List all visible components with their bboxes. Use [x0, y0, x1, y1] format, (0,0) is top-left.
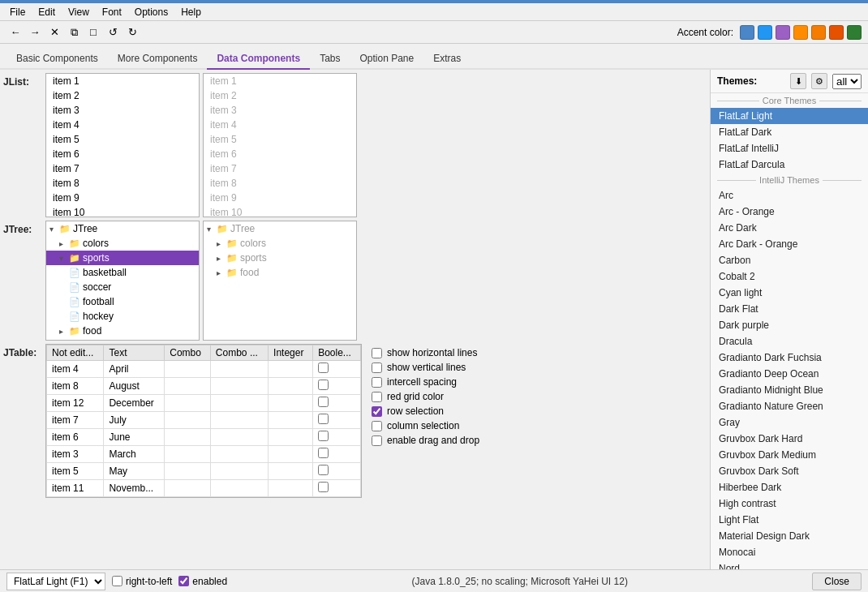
theme-item-ij-18[interactable]: Hiberbee Dark: [711, 479, 868, 495]
accent-blue[interactable]: [740, 25, 754, 40]
menu-view[interactable]: View: [62, 5, 96, 19]
table-row[interactable]: item 5May: [47, 463, 361, 480]
theme-item-core-2[interactable]: FlatLaf IntelliJ: [711, 140, 868, 157]
theme-item-ij-9[interactable]: Dracula: [711, 333, 868, 350]
jlist1-item-4[interactable]: item 5: [46, 132, 199, 147]
jlist2-item-9[interactable]: item 10: [204, 205, 356, 217]
jlist1-item-8[interactable]: item 9: [46, 191, 199, 205]
menu-options[interactable]: Options: [128, 5, 174, 19]
accent-orange3[interactable]: [829, 25, 844, 40]
jlist2-item-2[interactable]: item 3: [204, 103, 356, 118]
copy-button[interactable]: ⧉: [65, 24, 83, 41]
jlist1-item-0[interactable]: item 1: [46, 74, 199, 88]
theme-item-ij-16[interactable]: Gruvbox Dark Medium: [711, 447, 868, 463]
theme-item-ij-3[interactable]: Arc Dark - Orange: [711, 236, 868, 252]
tree-colors2[interactable]: ▸ 📁colors: [204, 236, 356, 251]
option-checkbox-1[interactable]: [372, 362, 382, 373]
menu-file[interactable]: File: [3, 5, 32, 19]
theme-item-ij-21[interactable]: Material Design Dark: [711, 528, 868, 544]
menu-help[interactable]: Help: [174, 5, 208, 19]
themes-filter-select[interactable]: all: [832, 74, 862, 89]
accent-green[interactable]: [847, 25, 862, 40]
tree-root1[interactable]: ▾ 📁JTree: [46, 221, 199, 236]
jtree-box1[interactable]: ▾ 📁JTree ▸ 📁colors ▾ 📁sports: [45, 221, 200, 341]
jlist2-item-4[interactable]: item 5: [204, 132, 356, 147]
accent-orange1[interactable]: [793, 25, 808, 40]
jlist2-item-6[interactable]: item 7: [204, 161, 356, 176]
table-checkbox-7[interactable]: [318, 482, 329, 492]
themes-github-button[interactable]: ⚙: [811, 73, 827, 89]
tree-food1[interactable]: ▸ 📁food: [46, 324, 199, 338]
enabled-checkbox-label[interactable]: enabled: [178, 576, 227, 587]
jlist2-item-1[interactable]: item 2: [204, 88, 356, 103]
theme-item-ij-0[interactable]: Arc: [711, 187, 868, 204]
tree-colors1[interactable]: ▸ 📁colors: [46, 236, 199, 251]
jlist1-item-5[interactable]: item 6: [46, 147, 199, 161]
theme-item-ij-23[interactable]: Nord: [711, 560, 868, 569]
jlist1-item-2[interactable]: item 3: [46, 103, 199, 118]
jlist2-item-8[interactable]: item 9: [204, 191, 356, 205]
rtl-checkbox[interactable]: [112, 576, 122, 586]
jlist1-item-7[interactable]: item 8: [46, 176, 199, 191]
menu-edit[interactable]: Edit: [32, 5, 62, 19]
tab-extras[interactable]: Extras: [423, 49, 471, 70]
table-checkbox-1[interactable]: [318, 380, 329, 390]
theme-item-ij-4[interactable]: Carbon: [711, 252, 868, 268]
option-checkbox-4[interactable]: [372, 406, 382, 417]
tree-basketball[interactable]: 📄basketball: [46, 265, 199, 280]
option-checkbox-2[interactable]: [372, 377, 382, 388]
theme-item-ij-12[interactable]: Gradianto Midnight Blue: [711, 382, 868, 398]
enabled-checkbox[interactable]: [178, 576, 189, 586]
tab-tabs[interactable]: Tabs: [310, 49, 350, 70]
tab-data-components[interactable]: Data Components: [207, 49, 310, 70]
tab-basic-components[interactable]: Basic Components: [6, 49, 108, 70]
accent-lightblue[interactable]: [758, 25, 772, 40]
table-checkbox-0[interactable]: [318, 362, 329, 373]
table-checkbox-5[interactable]: [318, 448, 329, 458]
tree-food2[interactable]: ▸ 📁food: [204, 265, 356, 280]
theme-item-ij-11[interactable]: Gradianto Deep Ocean: [711, 366, 868, 382]
theme-select[interactable]: FlatLaf Light (F1): [6, 573, 105, 590]
accent-purple[interactable]: [776, 25, 790, 40]
table-row[interactable]: item 3March: [47, 446, 361, 463]
jlist-box1[interactable]: item 1item 2item 3item 4item 5item 6item…: [45, 73, 200, 217]
theme-item-ij-19[interactable]: High contrast: [711, 495, 868, 512]
option-checkbox-6[interactable]: [372, 435, 382, 446]
jtable-box[interactable]: Not edit... Text Combo Combo ... Integer…: [45, 344, 362, 498]
option-checkbox-5[interactable]: [372, 421, 382, 431]
table-row[interactable]: item 11Novemb...: [47, 480, 361, 497]
table-checkbox-3[interactable]: [318, 414, 329, 424]
close-button[interactable]: Close: [812, 573, 862, 590]
theme-item-ij-8[interactable]: Dark purple: [711, 317, 868, 333]
theme-item-core-0[interactable]: FlatLaf Light: [711, 108, 868, 124]
jlist1-item-9[interactable]: item 10: [46, 205, 199, 217]
jtree-box2[interactable]: ▾ 📁JTree ▸ 📁colors ▸ 📁sports: [203, 221, 357, 341]
jlist1-item-6[interactable]: item 7: [46, 161, 199, 176]
tree-football[interactable]: 📄football: [46, 294, 199, 309]
table-checkbox-6[interactable]: [318, 465, 329, 475]
table-row[interactable]: item 4April: [47, 361, 361, 378]
tree-sports2[interactable]: ▸ 📁sports: [204, 251, 356, 265]
undo-button[interactable]: ↺: [104, 24, 122, 41]
option-checkbox-0[interactable]: [372, 348, 382, 358]
tab-more-components[interactable]: More Components: [108, 49, 208, 70]
back-button[interactable]: ←: [6, 24, 24, 41]
jlist1-item-1[interactable]: item 2: [46, 88, 199, 103]
theme-item-core-3[interactable]: FlatLaf Darcula: [711, 157, 868, 173]
theme-item-ij-14[interactable]: Gray: [711, 414, 868, 431]
theme-item-ij-13[interactable]: Gradianto Nature Green: [711, 398, 868, 414]
themes-download-button[interactable]: ⬇: [790, 73, 806, 89]
rtl-checkbox-label[interactable]: right-to-left: [112, 576, 172, 587]
tree-root2[interactable]: ▾ 📁JTree: [204, 221, 356, 236]
jlist2-item-3[interactable]: item 4: [204, 118, 356, 132]
table-row[interactable]: item 8August: [47, 378, 361, 395]
minimize-button[interactable]: □: [84, 24, 102, 41]
theme-item-ij-20[interactable]: Light Flat: [711, 512, 868, 528]
close-window-button[interactable]: ✕: [45, 24, 63, 41]
menu-font[interactable]: Font: [96, 5, 128, 19]
jlist2-item-5[interactable]: item 6: [204, 147, 356, 161]
theme-item-ij-6[interactable]: Cyan light: [711, 285, 868, 301]
theme-item-ij-17[interactable]: Gruvbox Dark Soft: [711, 463, 868, 479]
jlist1-item-3[interactable]: item 4: [46, 118, 199, 132]
theme-item-ij-2[interactable]: Arc Dark: [711, 220, 868, 236]
